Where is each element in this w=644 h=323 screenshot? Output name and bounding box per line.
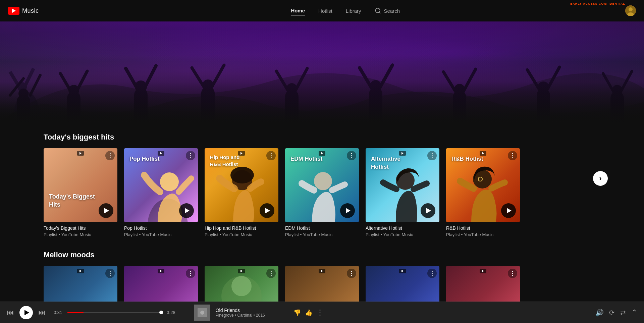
card-sub-3: Playlist • YouTube Music	[205, 232, 278, 237]
card-thumb-5: AlternativeHotlist ⋮	[366, 148, 439, 222]
thumbs-down-button[interactable]: 👎	[293, 309, 301, 316]
card-mellow-6[interactable]: ⋮	[446, 266, 520, 302]
card-title-2: Pop Hotlist	[124, 225, 198, 231]
card-overlay-text-4: EDM Hotlist	[290, 155, 322, 163]
card-yt-icon-mm4	[319, 269, 325, 273]
card-menu-6[interactable]: ⋮	[508, 151, 517, 160]
svg-point-0	[375, 8, 380, 13]
progress-dot	[159, 311, 163, 314]
card-menu-mm1[interactable]: ⋮	[105, 269, 115, 278]
card-play-btn-6[interactable]	[501, 203, 516, 218]
card-thumb-4: EDM Hotlist ⋮	[285, 148, 359, 222]
expand-button[interactable]: ⌃	[631, 308, 637, 317]
player-song-info: Old Friends Pinegrove • Cardinal • 2016	[216, 308, 283, 318]
skip-forward-button[interactable]: ⏭	[38, 308, 46, 317]
nav-links: Home Hotlist Library Search	[66, 6, 625, 15]
card-menu-mm5[interactable]: ⋮	[427, 269, 437, 278]
card-menu-mm2[interactable]: ⋮	[186, 269, 195, 278]
card-thumb-mellow-6: ⋮	[446, 266, 520, 302]
card-hiphop-hotlist[interactable]: Hip Hop andR&B Hotlist ⋮ Hip Hop and R&B…	[205, 148, 278, 237]
cards-row-biggest-hits: Today's BiggestHits ⋮ Today's Biggest Hi…	[44, 148, 600, 237]
card-title-1: Today's Biggest Hits	[44, 225, 117, 231]
card-mellow-5[interactable]: ⋮	[366, 266, 439, 302]
nav-home[interactable]: Home	[291, 6, 305, 15]
card-yt-icon-4	[319, 151, 325, 156]
next-button-biggest-hits[interactable]	[593, 171, 608, 186]
card-sub-1: Playlist • YouTube Music	[44, 232, 117, 237]
svg-point-29	[231, 276, 252, 296]
card-thumb-mellow-1: ⋮	[44, 266, 117, 302]
svg-point-25	[314, 172, 332, 190]
card-yt-icon-5	[399, 151, 406, 156]
card-mellow-1[interactable]: ⋮	[44, 266, 117, 302]
card-play-btn-4[interactable]	[340, 203, 355, 218]
card-thumb-6: R&B Hotlist ⋮	[446, 148, 520, 222]
player-more-button[interactable]: ⋮	[316, 308, 324, 317]
card-sub-2: Playlist • YouTube Music	[124, 232, 198, 237]
volume-button[interactable]: 🔊	[595, 309, 604, 317]
nav-search[interactable]: Search	[375, 7, 400, 14]
skip-back-button[interactable]: ⏮	[7, 308, 14, 317]
search-icon	[375, 7, 381, 14]
card-menu-mm4[interactable]: ⋮	[347, 269, 356, 278]
logo[interactable]: Music	[8, 7, 39, 15]
card-thumb-mellow-5: ⋮	[366, 266, 439, 302]
card-thumb-1: Today's BiggestHits ⋮	[44, 148, 117, 222]
card-yt-icon-mm3	[238, 269, 245, 273]
card-menu-4[interactable]: ⋮	[347, 151, 356, 160]
card-biggest-hits[interactable]: Today's BiggestHits ⋮ Today's Biggest Hi…	[44, 148, 117, 237]
card-pop-hotlist[interactable]: Pop Hotlist ⋮ Pop Hotlist Playlist • You…	[124, 148, 198, 237]
youtube-icon	[8, 7, 19, 15]
card-menu-5[interactable]: ⋮	[427, 151, 437, 160]
card-menu-1[interactable]: ⋮	[105, 151, 115, 160]
card-yt-icon-mm5	[399, 269, 406, 273]
card-rnb-hotlist[interactable]: R&B Hotlist ⋮ R&B Hotlist Playlist • You…	[446, 148, 520, 237]
player-right-controls: 🔊 ⟳ ⇄ ⌃	[595, 308, 637, 317]
user-avatar[interactable]	[625, 5, 636, 16]
section-title-mellow-moods: Mellow moods	[44, 251, 600, 259]
card-menu-mm3[interactable]: ⋮	[266, 269, 276, 278]
svg-line-1	[379, 12, 380, 13]
card-yt-icon-mm6	[480, 269, 486, 273]
nav-hotlist[interactable]: Hotlist	[318, 7, 332, 15]
play-button[interactable]	[19, 306, 33, 319]
card-yt-icon-1	[77, 151, 84, 156]
card-play-btn-2[interactable]	[179, 203, 194, 218]
card-thumb-mellow-2: ⋮	[124, 266, 198, 302]
nav-right	[625, 5, 636, 16]
early-access-label: EARLY ACCESS CONFIDENTIAL	[570, 2, 625, 5]
card-overlay-text-5: AlternativeHotlist	[371, 155, 400, 171]
card-yt-icon-3	[238, 151, 245, 156]
progress-bar[interactable]	[67, 312, 161, 313]
section-biggest-hits: Today's biggest hits Today's BiggestHits…	[0, 133, 644, 237]
card-play-btn-3[interactable]	[260, 203, 274, 218]
card-menu-3[interactable]: ⋮	[266, 151, 276, 160]
card-menu-2[interactable]: ⋮	[186, 151, 195, 160]
shuffle-button[interactable]: ⇄	[620, 309, 626, 317]
card-alt-hotlist[interactable]: AlternativeHotlist ⋮ Alternative Hotlist…	[366, 148, 439, 237]
card-1-overlay-text: Today's BiggestHits	[49, 193, 95, 209]
navigation: Music Home Hotlist Library Search EARLY …	[0, 0, 644, 21]
card-mellow-2[interactable]: ⋮	[124, 266, 198, 302]
nav-library[interactable]: Library	[346, 7, 361, 15]
player: ⏮ ⏭ 0:31 3:28 Old Friends Pinegrove • Ca…	[0, 302, 644, 323]
card-mellow-4[interactable]: ⋮	[285, 266, 359, 302]
svg-point-3	[629, 7, 633, 11]
card-edm-hotlist[interactable]: EDM Hotlist ⋮ EDM Hotlist Playlist • You…	[285, 148, 359, 237]
card-yt-icon-2	[158, 151, 164, 156]
card-title-4: EDM Hotlist	[285, 225, 359, 231]
thumbs-up-button[interactable]: 👍	[305, 309, 312, 316]
main-content: Today's biggest hits Today's BiggestHits…	[0, 21, 644, 302]
card-menu-mm6[interactable]: ⋮	[508, 269, 517, 278]
card-play-btn-5[interactable]	[421, 203, 435, 218]
card-thumb-mellow-3: ⋮	[205, 266, 278, 302]
card-title-3: Hip Hop and R&B Hotlist	[205, 225, 278, 231]
card-play-btn-1[interactable]	[99, 203, 113, 218]
card-mellow-3[interactable]: ⋮	[205, 266, 278, 302]
hero-banner	[0, 21, 644, 122]
card-sub-5: Playlist • YouTube Music	[366, 232, 439, 237]
card-yt-icon-mm2	[158, 269, 164, 273]
cards-row-mellow-moods: ⋮ ⋮ ⋮	[44, 266, 600, 302]
card-sub-4: Playlist • YouTube Music	[285, 232, 359, 237]
repeat-button[interactable]: ⟳	[609, 309, 615, 317]
